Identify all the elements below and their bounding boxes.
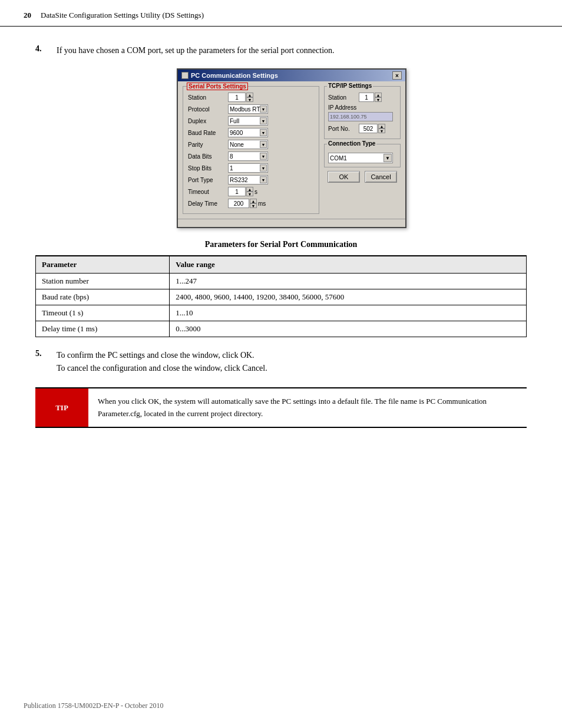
value-col-header: Value range [170,256,527,274]
port-no-input[interactable]: 502 [359,124,378,133]
table-row: Delay time (1 ms)0...3000 [36,321,527,337]
port-type-value: RS232 [230,177,248,183]
station-up[interactable]: ▲ [246,93,253,97]
timeout-row: Timeout 1 ▲ ▼ s [188,187,314,196]
tip-content: When you click OK, the system will autom… [88,388,527,427]
param-cell: Station number [36,274,170,289]
step5-number: 5. [35,349,57,358]
cancel-button[interactable]: Cancel [365,171,397,183]
tcpip-section: TCP/IP Settings Station 1 ▲ ▼ [324,86,401,139]
ip-address-input[interactable]: 192.168.100.75 [328,112,393,121]
protocol-select[interactable]: Modbus RTI ▼ [228,104,268,114]
param-cell: Baud rate (bps) [36,289,170,305]
tcpip-station-arrows: ▲ ▼ [375,93,382,102]
baud-rate-arrow: ▼ [260,129,267,136]
step4-text: If you have chosen a COM port, set up th… [57,44,527,57]
data-bits-label: Data Bits [188,153,228,160]
value-cell: 0...3000 [170,321,527,337]
tcpip-station-input[interactable]: 1 [359,93,374,102]
page-container: 20 DataSite Configuration Settings Utili… [0,0,562,728]
tip-box: TIP When you click OK, the system will a… [35,387,527,429]
page-content: 4. If you have chosen a COM port, set up… [0,27,562,457]
timeout-label: Timeout [188,189,228,195]
duplex-value: Full [230,118,239,124]
delay-time-up[interactable]: ▲ [250,199,257,203]
delay-time-unit: ms [258,200,266,207]
baud-rate-label: Baud Rate [188,130,228,136]
dialog-statusbar [178,219,405,227]
delay-time-arrows: ▲ ▼ [250,199,257,208]
duplex-arrow: ▼ [260,117,267,124]
data-bits-arrow: ▼ [260,153,267,160]
port-type-row: Port Type RS232 ▼ [188,175,314,185]
port-type-select[interactable]: RS232 ▼ [228,175,268,185]
tcpip-legend: TCP/IP Settings [327,83,373,89]
stop-bits-select[interactable]: 1 ▼ [228,163,268,173]
serial-panel: Serial Ports Settings Station 1 ▲ ▼ [183,86,319,214]
duplex-row: Duplex Full ▼ [188,116,314,126]
stop-bits-arrow: ▼ [260,164,267,172]
tip-label: TIP [35,388,88,427]
port-no-arrows: ▲ ▼ [378,124,385,133]
delay-time-down[interactable]: ▼ [250,203,257,208]
parity-select[interactable]: None ▼ [228,140,268,149]
port-no-down[interactable]: ▼ [378,129,385,133]
port-no-up[interactable]: ▲ [378,124,385,129]
params-section: Parameters for Serial Port Communication… [35,240,527,337]
tcpip-station-spinner: 1 ▲ ▼ [359,93,382,102]
tcpip-panel: TCP/IP Settings Station 1 ▲ ▼ [324,86,401,214]
ip-address-label: IP Address [328,104,356,111]
protocol-row: Protocol Modbus RTI ▼ [188,104,314,114]
baud-rate-select[interactable]: 9600 ▼ [228,128,268,137]
delay-time-row: Delay Time 200 ▲ ▼ ms [188,199,314,208]
dialog-titlebar: PC Communication Settings × [178,70,405,81]
dialog-close-btn[interactable]: × [392,71,402,80]
station-input[interactable]: 1 [228,93,246,102]
data-bits-select[interactable]: 8 ▼ [228,151,268,161]
timeout-down[interactable]: ▼ [246,192,253,196]
stop-bits-value: 1 [230,165,233,172]
protocol-label: Protocol [188,106,228,113]
param-col-header: Parameter [36,256,170,274]
timeout-unit: s [254,189,257,195]
table-row: Timeout (1 s)1...10 [36,305,527,321]
header-title: DataSite Configuration Settings Utility … [41,11,204,20]
baud-rate-value: 9600 [230,130,243,136]
tcpip-station-row: Station 1 ▲ ▼ [328,93,396,102]
dialog-window: PC Communication Settings × Serial Ports… [177,68,406,228]
dialog-icon [181,72,189,79]
conn-section: Connection Type COM1 ▼ [324,144,401,167]
port-type-label: Port Type [188,177,228,183]
step5-text: To confirm the PC settings and close the… [57,349,527,375]
table-row: Baud rate (bps)2400, 4800, 9600, 14400, … [36,289,527,305]
delay-time-input[interactable]: 200 [228,199,249,208]
params-title: Parameters for Serial Port Communication [35,240,527,249]
timeout-up[interactable]: ▲ [246,187,253,192]
delay-time-spinner: 200 ▲ ▼ [228,199,257,208]
parity-arrow: ▼ [260,141,267,148]
parity-row: Parity None ▼ [188,140,314,149]
ok-button[interactable]: OK [328,171,360,183]
conn-legend: Connection Type [327,140,376,147]
dialog-buttons: OK Cancel [324,167,401,186]
tcpip-station-down[interactable]: ▼ [375,97,382,102]
publication-info: Publication 1758-UM002D-EN-P - October 2… [24,701,164,710]
data-bits-row: Data Bits 8 ▼ [188,151,314,161]
value-cell: 2400, 4800, 9600, 14400, 19200, 38400, 5… [170,289,527,305]
data-bits-value: 8 [230,153,233,160]
baud-rate-row: Baud Rate 9600 ▼ [188,128,314,137]
port-type-arrow: ▼ [260,176,267,183]
titlebar-left: PC Communication Settings [181,72,278,79]
tcpip-station-up[interactable]: ▲ [375,93,382,97]
station-down[interactable]: ▼ [246,97,253,102]
timeout-input[interactable]: 1 [228,187,246,196]
delay-time-label: Delay Time [188,200,228,207]
port-no-spinner: 502 ▲ ▼ [359,124,385,133]
step4-block: 4. If you have chosen a COM port, set up… [35,44,527,57]
duplex-select[interactable]: Full ▼ [228,116,268,126]
conn-dropdown-arrow: ▼ [384,154,392,162]
protocol-value: Modbus RTI [230,106,262,113]
table-row: Station number1...247 [36,274,527,289]
conn-dropdown[interactable]: COM1 ▼ [328,153,393,163]
step5-line2: To cancel the configuration and close th… [57,362,527,375]
